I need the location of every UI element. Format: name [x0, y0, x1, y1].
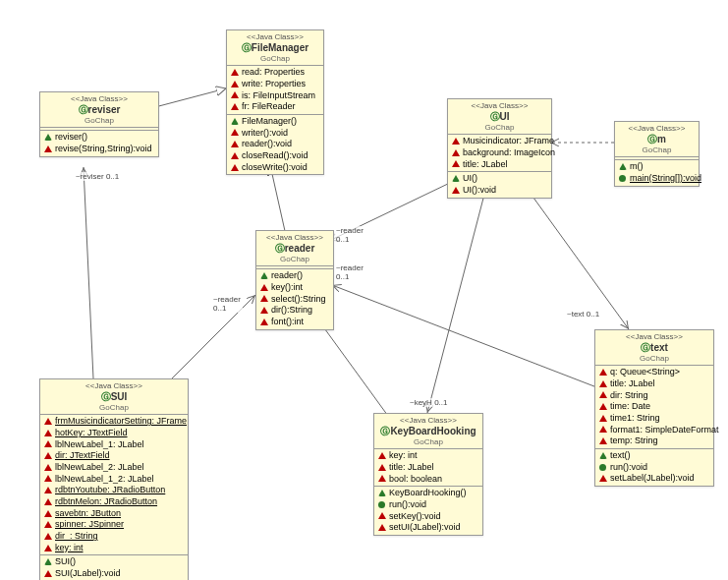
- edge-label-reader-sui: ~reader0..1: [211, 295, 243, 313]
- class-keyboardhooking: <<Java Class>>ⒼKeyBoardHookingGoChap key…: [373, 413, 483, 536]
- svg-line-5: [332, 285, 599, 388]
- edge-label-reviser: ~reviser 0..1: [74, 172, 121, 181]
- class-reviser: <<Java Class>>ⒼreviserGoChap reviser() r…: [39, 91, 159, 157]
- stereotype: <<Java Class>>: [44, 94, 154, 104]
- edge-label-reader-ui: ~reader0..1: [334, 226, 365, 244]
- svg-line-8: [427, 187, 486, 413]
- svg-line-2: [84, 167, 93, 378]
- edge-label-text: ~text 0..1: [565, 310, 601, 319]
- class-name: Ⓖreviser: [44, 104, 154, 116]
- class-ui: <<Java Class>>ⒼUIGoChap Musicindicator: …: [447, 98, 552, 199]
- package: GoChap: [44, 116, 154, 126]
- class-filemanager: <<Java Class>>ⒼFileManagerGoChap read: P…: [226, 29, 324, 175]
- class-reader: <<Java Class>>ⒼreaderGoChap reader() key…: [255, 230, 334, 330]
- class-text: <<Java Class>>ⒼtextGoChap q: Queue<Strin…: [594, 329, 714, 487]
- edge-label-keyh: ~keyH 0..1: [408, 398, 449, 407]
- op: revise(String,String):void: [40, 144, 158, 155]
- svg-line-6: [314, 315, 393, 423]
- svg-line-7: [526, 187, 629, 329]
- class-m: <<Java Class>>ⒼmGoChap m() main(String[]…: [614, 121, 700, 187]
- edge-label-reader-text: ~reader0..1: [334, 263, 365, 281]
- class-sui: <<Java Class>>ⒼSUIGoChap frmMusicindicat…: [39, 378, 189, 580]
- op: reviser(): [40, 132, 158, 144]
